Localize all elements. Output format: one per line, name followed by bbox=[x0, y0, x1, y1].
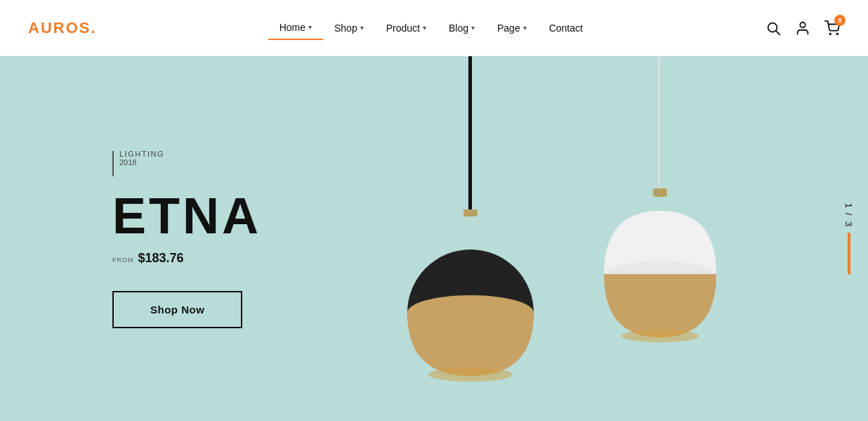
cart-badge: 0 bbox=[834, 15, 846, 26]
nav-item-page[interactable]: Page ▾ bbox=[486, 17, 538, 39]
chevron-down-icon: ▾ bbox=[423, 24, 426, 32]
price-amount: $183.76 bbox=[138, 251, 184, 266]
category-text: LIGHTING 2018 bbox=[119, 150, 164, 167]
hero-content: LIGHTING 2018 ETNA FROM $183.76 Shop Now bbox=[112, 150, 261, 328]
nav-item-product[interactable]: Product ▾ bbox=[375, 17, 438, 39]
svg-rect-6 bbox=[463, 209, 478, 216]
category-year: 2018 bbox=[119, 158, 164, 167]
hero-price: FROM $183.76 bbox=[112, 251, 261, 266]
slide-counter: 1 / 3 bbox=[843, 202, 854, 274]
category-label: LIGHTING bbox=[119, 150, 164, 158]
svg-point-9 bbox=[428, 368, 513, 382]
chevron-down-icon: ▾ bbox=[523, 24, 527, 32]
svg-point-13 bbox=[622, 330, 699, 342]
cart-button[interactable]: 0 bbox=[824, 20, 840, 36]
svg-rect-10 bbox=[658, 56, 660, 190]
search-button[interactable] bbox=[765, 20, 781, 36]
logo-dot: . bbox=[91, 19, 96, 37]
header-icons: 0 bbox=[765, 20, 840, 36]
nav-item-home[interactable]: Home ▾ bbox=[268, 16, 323, 40]
svg-point-3 bbox=[829, 33, 831, 34]
hero-section: LIGHTING 2018 ETNA FROM $183.76 Shop Now bbox=[0, 56, 868, 421]
nav-item-contact[interactable]: Contact bbox=[538, 17, 594, 39]
hero-title: ETNA bbox=[112, 190, 261, 241]
slide-counter-text: 1 / 3 bbox=[843, 202, 854, 226]
hero-category: LIGHTING 2018 bbox=[112, 150, 261, 176]
user-icon bbox=[795, 20, 810, 36]
svg-rect-5 bbox=[468, 56, 472, 211]
logo-text: AUROS bbox=[28, 19, 91, 37]
chevron-down-icon: ▾ bbox=[308, 23, 312, 31]
header: AUROS. Home ▾ Shop ▾ Product ▾ Blog ▾ Pa… bbox=[0, 0, 868, 56]
chevron-down-icon: ▾ bbox=[360, 24, 364, 32]
black-pendant-lamp bbox=[393, 56, 548, 421]
svg-line-1 bbox=[776, 31, 780, 34]
chevron-down-icon: ▾ bbox=[471, 24, 475, 32]
main-nav: Home ▾ Shop ▾ Product ▾ Blog ▾ Page ▾ Co… bbox=[268, 16, 594, 40]
shop-now-button[interactable]: Shop Now bbox=[112, 291, 242, 328]
slide-progress-bar bbox=[848, 233, 850, 275]
search-icon bbox=[765, 20, 781, 36]
category-bar bbox=[112, 151, 114, 176]
nav-item-shop[interactable]: Shop ▾ bbox=[323, 17, 375, 39]
price-from-label: FROM bbox=[112, 257, 134, 264]
user-button[interactable] bbox=[795, 20, 810, 36]
svg-rect-11 bbox=[653, 188, 667, 197]
white-pendant-lamp bbox=[590, 56, 730, 394]
svg-point-4 bbox=[836, 33, 838, 34]
logo[interactable]: AUROS. bbox=[28, 19, 97, 37]
nav-item-blog[interactable]: Blog ▾ bbox=[438, 17, 486, 39]
svg-point-2 bbox=[800, 22, 805, 27]
